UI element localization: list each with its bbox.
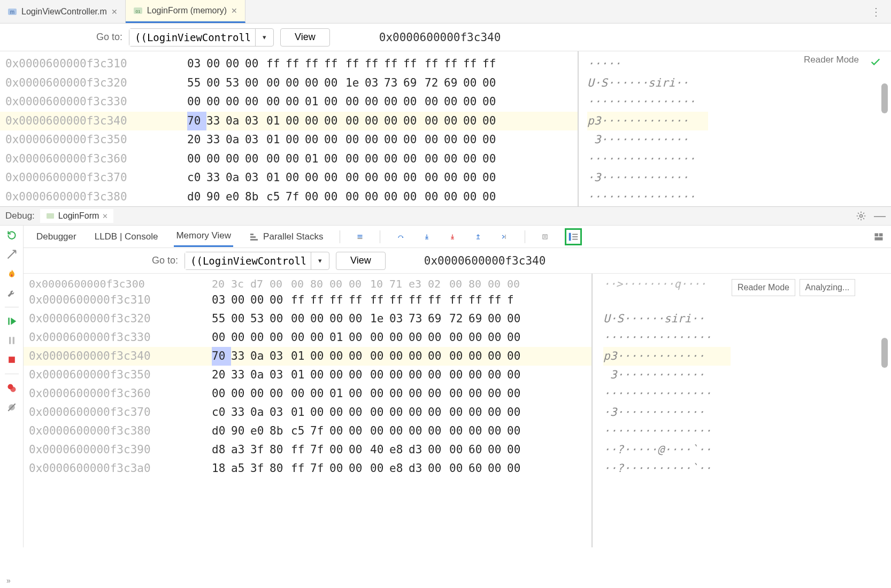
ascii-column: ··>········q····U·S······siri···········… — [592, 274, 731, 547]
svg-rect-18 — [357, 236, 362, 237]
memory-row[interactable]: d8a33f80ff7f000040e8d30000600000 — [190, 440, 592, 459]
check-icon — [870, 56, 881, 68]
reader-mode-button[interactable]: Reader Mode — [804, 55, 859, 65]
scrollbar-thumb[interactable] — [881, 338, 888, 368]
goto-expression-input[interactable] — [185, 252, 311, 269]
step-out-icon[interactable] — [472, 231, 484, 242]
memory-view-icon — [567, 231, 579, 243]
memory-row[interactable]: 70330a03010000000000000000000000 — [166, 112, 578, 131]
memory-row: p3············· — [587, 112, 708, 131]
memory-row[interactable]: 0x0000600000f3c390 — [24, 440, 190, 459]
memory-row[interactable]: 0x0000600000f3c330 — [0, 92, 166, 112]
resume-icon[interactable] — [6, 316, 17, 327]
memory-row[interactable]: 0x0000600000f3c380 — [0, 188, 166, 207]
analyzing-button[interactable]: Analyzing... — [800, 279, 856, 296]
close-icon[interactable]: ✕ — [111, 7, 118, 16]
memory-row[interactable]: 03000000ffffffffffffffffffffffff — [166, 55, 578, 74]
editor-tab-loginform-memory[interactable]: 01 LoginForm (memory) ✕ — [126, 0, 245, 23]
memory-row[interactable]: 0x0000600000f3c330 — [24, 328, 190, 347]
rerun-icon[interactable] — [6, 230, 17, 241]
memory-row[interactable]: 03000000fffffffffffffffffffffff — [190, 291, 592, 310]
memory-row[interactable]: 0x0000600000f3c320 — [0, 74, 166, 93]
goto-label: Go to: — [152, 255, 178, 266]
memory-row[interactable]: 0x0000600000f3c350 — [24, 366, 190, 384]
navigate-icon[interactable] — [6, 249, 17, 260]
memory-row[interactable]: 20330a03010000000000000000000000 — [166, 130, 578, 150]
editor-tab-bar: m LoginViewController.m ✕ 01 LoginForm (… — [0, 0, 891, 24]
view-button[interactable]: View — [336, 252, 386, 270]
memory-row[interactable]: 0x0000600000f3c340 — [24, 347, 190, 366]
memory-row[interactable]: 55005300000000001e03736972690000 — [190, 310, 592, 328]
step-over-icon[interactable] — [394, 231, 407, 242]
objc-file-icon: m — [7, 7, 17, 17]
close-icon[interactable]: ✕ — [102, 212, 108, 220]
view-button[interactable]: View — [280, 28, 330, 47]
memory-row[interactable]: 0x0000600000f3c370 — [0, 168, 166, 188]
tab-memory-view[interactable]: Memory View — [174, 226, 233, 247]
step-into-icon[interactable] — [421, 231, 433, 242]
reader-mode-button[interactable]: Reader Mode — [732, 279, 795, 296]
flame-icon[interactable] — [6, 268, 17, 279]
svg-rect-7 — [9, 337, 11, 344]
editor-tab-loginviewcontroller[interactable]: m LoginViewController.m ✕ — [0, 0, 126, 23]
scrollbar-thumb[interactable] — [881, 83, 888, 113]
goto-expression-input[interactable] — [129, 29, 255, 46]
memory-row[interactable]: 0x0000600000f3c310 — [0, 55, 166, 74]
debug-title: Debug: — [5, 211, 35, 221]
memory-row[interactable]: d090e08bc57f00000000000000000000 — [166, 188, 578, 207]
svg-rect-36 — [875, 237, 883, 240]
svg-rect-30 — [569, 233, 571, 241]
goto-expression-combo[interactable]: ▾ — [185, 252, 329, 270]
memory-row[interactable]: d090e08bc57f00000000000000000000 — [190, 422, 592, 440]
chevron-down-icon[interactable]: ▾ — [311, 252, 329, 269]
hex-column: 203cd700008000001071e3020080000003000000… — [190, 274, 592, 547]
memory-view-toolbar-button[interactable] — [565, 228, 582, 245]
close-icon[interactable]: ✕ — [231, 6, 237, 15]
memory-row[interactable]: 0x0000600000f3c320 — [24, 310, 190, 328]
parallel-stacks-icon — [249, 232, 259, 242]
memory-row[interactable]: 0x0000600000f3c340 — [0, 112, 166, 131]
expand-icon[interactable]: » — [6, 576, 11, 585]
stop-icon[interactable] — [6, 354, 17, 365]
threads-icon[interactable] — [354, 231, 366, 242]
evaluate-icon[interactable] — [539, 231, 551, 242]
tab-debugger[interactable]: Debugger — [34, 227, 79, 246]
memory-row[interactable]: 00000000000001000000000000000000 — [190, 328, 592, 347]
memory-row[interactable]: 70330a03010000000000000000000000 — [190, 347, 592, 366]
memory-view-top: 0x0000600000f3c3100x0000600000f3c3200x00… — [0, 51, 891, 206]
memory-row[interactable]: 0x0000600000f3c360 — [24, 384, 190, 403]
memory-row[interactable]: 0x0000600000f3c310 — [24, 291, 190, 310]
memory-row[interactable]: 0x0000600000f3c350 — [0, 130, 166, 150]
memory-row[interactable]: c0330a03010000000000000000000000 — [166, 168, 578, 188]
wrench-icon[interactable] — [6, 288, 17, 298]
tab-overflow-icon[interactable]: ⋮ — [861, 0, 891, 23]
memory-row[interactable]: 20330a03010000000000000000000000 — [190, 366, 592, 384]
memory-row: ·3············· — [587, 168, 708, 188]
breakpoints-icon[interactable] — [6, 383, 17, 393]
goto-expression-combo[interactable]: ▾ — [129, 28, 274, 47]
current-address: 0x0000600000f3c340 — [379, 31, 501, 44]
mute-breakpoints-icon[interactable] — [6, 402, 17, 413]
minimize-icon[interactable]: — — [874, 209, 886, 223]
force-step-into-icon[interactable] — [447, 231, 458, 242]
gear-icon[interactable] — [856, 211, 866, 221]
chevron-down-icon[interactable]: ▾ — [255, 29, 273, 46]
run-config-tab[interactable]: LoginForm ✕ — [40, 209, 113, 223]
memory-row[interactable]: 00000000000001000000000000000000 — [166, 150, 578, 169]
run-to-cursor-icon[interactable] — [498, 231, 511, 242]
memory-row[interactable]: 00000000000001000000000000000000 — [190, 384, 592, 403]
layout-icon[interactable] — [873, 231, 885, 242]
memory-row[interactable]: 55005300000000001e03736972690000 — [166, 74, 578, 93]
memory-row[interactable]: 0x0000600000f3c3a0 — [24, 459, 190, 478]
memory-row[interactable]: 00000000000001000000000000000000 — [166, 92, 578, 112]
tab-lldb-console[interactable]: LLDB | Console — [93, 227, 160, 246]
memory-row[interactable]: 18a53f80ff7f000000e8d30000600000 — [190, 459, 592, 478]
tab-label: LoginForm (memory) — [147, 6, 227, 16]
ascii-column: ·····U·S······siri··················p3··… — [578, 51, 708, 206]
pause-icon[interactable] — [6, 335, 17, 346]
memory-row[interactable]: 0x0000600000f3c370 — [24, 403, 190, 422]
memory-row[interactable]: c0330a03010000000000000000000000 — [190, 403, 592, 422]
memory-row[interactable]: 0x0000600000f3c360 — [0, 150, 166, 169]
memory-row[interactable]: 0x0000600000f3c380 — [24, 422, 190, 440]
tab-parallel-stacks[interactable]: Parallel Stacks — [247, 227, 325, 246]
